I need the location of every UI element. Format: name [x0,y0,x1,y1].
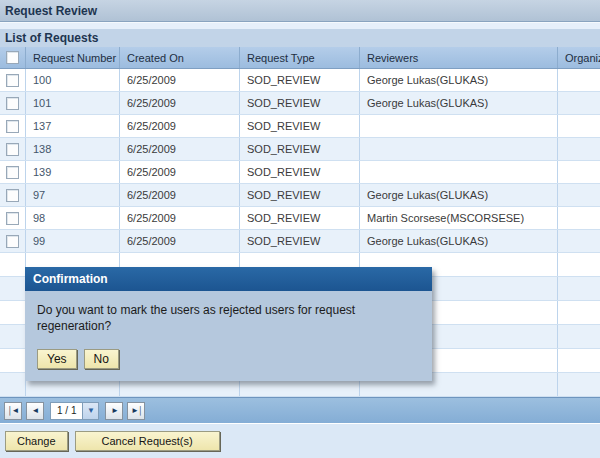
row-checkbox[interactable] [6,120,19,133]
row-select-cell [0,253,26,276]
cell-organization [558,277,600,300]
row-select-cell [0,230,26,252]
row-select-cell [0,69,26,91]
cell-reviewers: George Lukas(GLUKAS) [360,69,558,91]
select-all-cell [0,47,26,68]
cell-reviewers: George Lukas(GLUKAS) [360,184,558,206]
page-title-bar: Request Review [0,0,600,22]
last-page-button[interactable]: ►│ [127,402,145,420]
cell-reviewers: Martin Scorsese(MSCORSESE) [360,207,558,229]
last-page-icon: ►│ [131,406,142,415]
cell-reviewers: George Lukas(GLUKAS) [360,230,558,252]
row-select-cell [0,373,26,396]
cell-created-on: 6/25/2009 [120,161,240,183]
col-request-number: Request Number [26,47,120,68]
row-select-cell [0,207,26,229]
cell-request-type: SOD_REVIEW [240,69,360,91]
dialog-title-bar: Confirmation [25,267,432,291]
table-header-row: Request Number Created On Request Type R… [0,47,600,69]
cell-created-on: 6/25/2009 [120,184,240,206]
cell-reviewers: George Lukas(GLUKAS) [360,92,558,114]
col-reviewers: Reviewers [360,47,558,68]
dialog-title: Confirmation [33,272,108,286]
cell-created-on: 6/25/2009 [120,92,240,114]
table-row: 1016/25/2009SOD_REVIEWGeorge Lukas(GLUKA… [0,92,600,115]
dialog-body: Do you want to mark the users as rejecte… [25,291,432,381]
cell-organization [558,230,600,252]
cell-request-number: 138 [26,138,120,160]
cell-request-number: 97 [26,184,120,206]
select-all-checkbox[interactable] [6,51,19,64]
cell-request-type: SOD_REVIEW [240,115,360,137]
col-created-on: Created On [120,47,240,68]
cell-organization [558,161,600,183]
section-title: List of Requests [5,31,98,45]
row-select-cell [0,138,26,160]
row-select-cell [0,301,26,324]
page-select-value: 1 / 1 [51,403,82,419]
table-row: 976/25/2009SOD_REVIEWGeorge Lukas(GLUKAS… [0,184,600,207]
cell-request-number: 98 [26,207,120,229]
cell-request-type: SOD_REVIEW [240,184,360,206]
cell-request-number: 100 [26,69,120,91]
cell-organization [558,92,600,114]
cell-reviewers [360,115,558,137]
cell-request-type: SOD_REVIEW [240,138,360,160]
first-page-icon: │◄ [8,406,19,415]
cell-created-on: 6/25/2009 [120,69,240,91]
row-select-cell [0,184,26,206]
cell-request-number: 101 [26,92,120,114]
page-select[interactable]: 1 / 1 ▼ [50,402,99,420]
table-row: 1006/25/2009SOD_REVIEWGeorge Lukas(GLUKA… [0,69,600,92]
row-select-cell [0,92,26,114]
next-page-button[interactable]: ► [105,402,123,420]
row-select-cell [0,325,26,348]
previous-page-button[interactable]: ◄ [26,402,44,420]
cell-request-type: SOD_REVIEW [240,230,360,252]
cell-organization [558,115,600,137]
cell-organization [558,373,600,396]
row-checkbox[interactable] [6,143,19,156]
cell-organization [558,207,600,229]
row-checkbox[interactable] [6,166,19,179]
change-button[interactable]: Change [5,431,68,451]
next-page-icon: ► [111,406,118,415]
cell-request-number: 99 [26,230,120,252]
cancel-requests-button[interactable]: Cancel Request(s) [75,431,220,451]
col-organization: Organiz [558,47,600,68]
page-title: Request Review [5,4,97,18]
cell-reviewers [360,138,558,160]
cell-organization [558,138,600,160]
cell-organization [558,69,600,91]
row-select-cell [0,115,26,137]
request-review-page: Request Review List of Requests Request … [0,0,600,458]
cell-request-type: SOD_REVIEW [240,161,360,183]
table-row: 1386/25/2009SOD_REVIEW [0,138,600,161]
cell-request-type: SOD_REVIEW [240,92,360,114]
row-checkbox[interactable] [6,189,19,202]
cell-reviewers [360,161,558,183]
previous-page-icon: ◄ [32,406,39,415]
row-select-cell [0,349,26,372]
cell-request-number: 137 [26,115,120,137]
row-select-cell [0,277,26,300]
row-checkbox[interactable] [6,235,19,248]
row-checkbox[interactable] [6,97,19,110]
chevron-down-icon: ▼ [82,403,98,419]
cell-organization [558,184,600,206]
cell-organization [558,349,600,372]
no-button[interactable]: No [84,349,119,369]
row-select-cell [0,161,26,183]
table-row: 1376/25/2009SOD_REVIEW [0,115,600,138]
row-checkbox[interactable] [6,212,19,225]
section-title-bar: List of Requests [0,29,600,47]
yes-button[interactable]: Yes [37,349,77,369]
cell-created-on: 6/25/2009 [120,115,240,137]
col-request-type: Request Type [240,47,360,68]
cell-created-on: 6/25/2009 [120,207,240,229]
table-row: 986/25/2009SOD_REVIEWMartin Scorsese(MSC… [0,207,600,230]
table-row: 996/25/2009SOD_REVIEWGeorge Lukas(GLUKAS… [0,230,600,253]
row-checkbox[interactable] [6,74,19,87]
first-page-button[interactable]: │◄ [4,402,22,420]
confirmation-dialog: Confirmation Do you want to mark the use… [25,267,432,381]
